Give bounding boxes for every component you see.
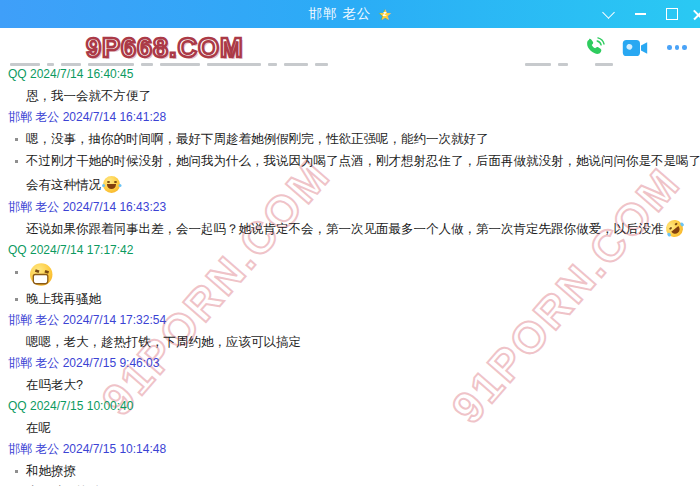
vip-badge-letter: z bbox=[383, 10, 387, 18]
timestamp-text: 邯郸 老公 2024/7/14 16:41:28 bbox=[8, 110, 166, 124]
window-controls bbox=[592, 0, 700, 28]
message-line: 恩，我一会就不方便了 bbox=[0, 86, 700, 108]
joy-emoji-icon bbox=[103, 176, 120, 193]
timestamp-line: QQ 2024/7/14 16:40:45 bbox=[0, 64, 700, 86]
timestamp-line: 邯郸 老公 2024/7/15 10:14:48 bbox=[0, 439, 700, 461]
timestamp-line: QQ 2024/7/14 17:17:42 bbox=[0, 240, 700, 262]
minimize-button[interactable] bbox=[624, 0, 656, 28]
message-text: 嗯嗯，老大，趁热打铁，下周约她，应该可以搞定 bbox=[26, 335, 301, 349]
header-action-icons bbox=[583, 36, 690, 59]
message-text: 在呢 bbox=[26, 421, 51, 435]
message-text: 恩，我一会就不方便了 bbox=[26, 89, 151, 103]
minimize-glyph bbox=[635, 13, 646, 15]
dot bbox=[675, 45, 680, 50]
timestamp-line: 邯郸 老公 2024/7/14 16:41:28 bbox=[0, 107, 700, 129]
message-text: 嗯，没事，抽你的时间啊，最好下周趁着她例假刚完，性欲正强呢，能约一次就好了 bbox=[26, 132, 489, 146]
message-line: 不过刚才干她的时候没射，她问我为什么，我说因为喝了点酒，刚才想射忍住了，后面再做… bbox=[0, 150, 700, 197]
video-call-button[interactable] bbox=[622, 39, 648, 57]
dot bbox=[667, 45, 672, 50]
video-camera-icon bbox=[622, 39, 648, 57]
message-line: 嗯，没事，抽你的时间啊，最好下周趁着她例假刚完，性欲正强呢，能约一次就好了 bbox=[0, 129, 700, 151]
timestamp-text: QQ 2024/7/15 10:00:40 bbox=[8, 399, 133, 413]
grin-emoji-icon bbox=[30, 263, 52, 285]
close-button[interactable] bbox=[688, 0, 700, 28]
close-glyph bbox=[692, 8, 700, 21]
timestamp-line: QQ 2024/7/15 10:00:40 bbox=[0, 396, 700, 418]
timestamp-line: 邯郸 老公 2024/7/14 17:32:54 bbox=[0, 310, 700, 332]
message-text: 在吗老大? bbox=[26, 378, 83, 392]
message-line: 还说如果你跟着同事出差，会一起吗？她说肯定不会，第一次见面最多一个人做，第一次肯… bbox=[0, 219, 700, 241]
more-options-button[interactable] bbox=[664, 38, 690, 58]
timestamp-text: QQ 2024/7/14 16:40:45 bbox=[8, 67, 133, 81]
chat-message-log: QQ 2024/7/14 16:40:45恩，我一会就不方便了邯郸 老公 202… bbox=[0, 64, 700, 486]
chevron-glyph bbox=[602, 6, 615, 19]
maximize-glyph bbox=[666, 8, 678, 20]
timestamp-line: 邯郸 老公 2024/7/15 9:46:03 bbox=[0, 353, 700, 375]
rofl-emoji-icon bbox=[662, 216, 686, 240]
site-watermark: 9P668.COM bbox=[86, 33, 244, 64]
window-title: 邯郸 老公 bbox=[308, 5, 371, 23]
message-text: 晚上我再骚她 bbox=[26, 292, 101, 306]
message-line: 在吗老大? bbox=[0, 375, 700, 397]
chevron-down-icon[interactable] bbox=[592, 0, 624, 28]
message-text: 还说如果你跟着同事出差，会一起吗？她说肯定不会，第一次见面最多一个人做，第一次肯… bbox=[26, 222, 664, 236]
message-line: 晚上我再骚她 bbox=[0, 289, 700, 311]
message-line: 这周过来找她吗 bbox=[0, 482, 700, 486]
message-text: 和她撩撩 bbox=[26, 464, 76, 478]
message-line bbox=[0, 262, 700, 289]
timestamp-line: 邯郸 老公 2024/7/14 16:43:23 bbox=[0, 197, 700, 219]
message-line: 嗯嗯，老大，趁热打铁，下周约她，应该可以搞定 bbox=[0, 332, 700, 354]
message-text: 不过刚才干她的时候没射，她问我为什么，我说因为喝了点酒，刚才想射忍住了，后面再做… bbox=[26, 154, 700, 192]
chat-window: 邯郸 老公 ★z 9P668.COM bbox=[0, 0, 700, 486]
voice-call-button[interactable] bbox=[583, 36, 606, 59]
timestamp-text: 邯郸 老公 2024/7/15 10:14:48 bbox=[8, 442, 166, 456]
message-line: 和她撩撩 bbox=[0, 461, 700, 483]
timestamp-text: 邯郸 老公 2024/7/14 16:43:23 bbox=[8, 200, 166, 214]
vip-star-icon: ★z bbox=[378, 7, 391, 22]
timestamp-text: 邯郸 老公 2024/7/14 17:32:54 bbox=[8, 313, 166, 327]
timestamp-text: 邯郸 老公 2024/7/15 9:46:03 bbox=[8, 356, 159, 370]
maximize-button[interactable] bbox=[656, 0, 688, 28]
message-line: 在呢 bbox=[0, 418, 700, 440]
dot bbox=[682, 45, 687, 50]
timestamp-text: QQ 2024/7/14 17:17:42 bbox=[8, 243, 133, 257]
phone-icon bbox=[583, 36, 606, 59]
title-bar: 邯郸 老公 ★z bbox=[0, 0, 700, 28]
